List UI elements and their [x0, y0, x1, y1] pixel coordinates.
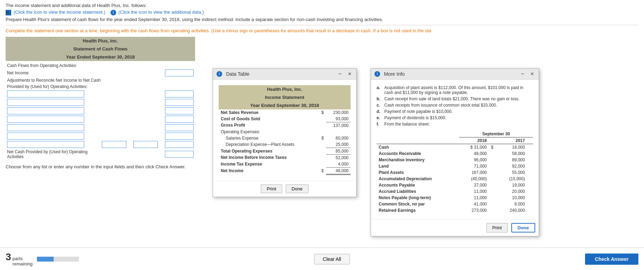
row5-amt-input[interactable] [165, 124, 194, 131]
total-op-exp-label: Total Operating Expenses [219, 148, 318, 154]
data-table-info-icon: i [217, 71, 222, 77]
intro-line1: The income statement and additional data… [6, 3, 638, 8]
stmt-company: Health Plus, Inc. [83, 38, 118, 43]
income-row-net-before-tax: Net Income Before Income Taxes 52,000 [219, 154, 351, 161]
total-op-exp-currency [318, 148, 326, 154]
clear-all-label: Clear All [323, 256, 341, 262]
bs-2017-ap: 19,000 [498, 182, 527, 188]
row7-mid2-input[interactable] [133, 141, 158, 148]
bs-row-ap: Accounts Payable 37,000 19,000 [377, 182, 533, 188]
row3-label-input[interactable] [7, 107, 84, 114]
more-info-minimize-icon: − [521, 71, 524, 77]
income-stmt-link-text: (Click the icon to view the income state… [14, 9, 106, 15]
row7-amt-input[interactable] [165, 141, 194, 148]
list-item: a. Acquisition of plant assets is $112,0… [377, 85, 533, 95]
row5-label-input[interactable] [7, 124, 84, 131]
bs-row-land: Land 71,000 92,000 [377, 163, 533, 169]
income-row-net-sales: Net Sales Revenue $ 230,000 [219, 109, 351, 116]
item-text-b: Cash receipt from sale of land totals $2… [384, 96, 519, 101]
bs-2018-ar: 48,000 [459, 150, 489, 157]
data-table-controls: − × [337, 71, 353, 77]
section1-text: Cash Flows from Operating Activities: [7, 63, 77, 68]
data-table-minimize-btn[interactable]: − [337, 71, 343, 77]
depreciation-label: Depreciation Expense—Plant Assets [219, 141, 318, 148]
bs-end-ar [527, 150, 533, 157]
check-answer-button[interactable]: Check Answer [585, 254, 638, 265]
parts-count: 3 [6, 251, 11, 263]
income-row-tax-expense: Income Tax Expense 4,000 [219, 161, 351, 168]
row4-label-input[interactable] [7, 116, 84, 123]
item-text-a: Acquisition of plant assets is $112,000.… [384, 85, 533, 95]
income-row-net-income: Net Income $ 48,000 [219, 167, 351, 174]
net-income-final-amount: 48,000 [326, 167, 351, 174]
bs-row-notes: Notes Payable (long-term) 11,000 10,000 [377, 195, 533, 201]
bs-2017-plant: 55,000 [498, 169, 527, 176]
row6-label-input[interactable] [7, 133, 84, 140]
list-item: b. Cash receipt from sale of land totals… [377, 96, 533, 101]
row7-label-input[interactable] [7, 141, 84, 148]
salaries-label: Salaries Expense [219, 135, 318, 141]
total-op-exp-amount: 85,000 [326, 148, 351, 154]
print-label: Print [267, 186, 276, 191]
row1-amt-input[interactable] [165, 90, 194, 97]
clear-all-button[interactable]: Clear All [314, 254, 350, 264]
row3-amt-input[interactable] [165, 107, 194, 114]
bs-2017-notes: 10,000 [498, 195, 527, 201]
additional-data-link[interactable]: (Click the icon to view the additional d… [118, 9, 204, 15]
more-info-print-btn[interactable]: Print [486, 223, 508, 232]
bs-2017-accum-dep: (15,000) [498, 176, 527, 182]
intro-line2: ⊞ (Click the icon to view the income sta… [6, 9, 638, 15]
table-row [6, 107, 195, 115]
row1-label-input[interactable] [7, 90, 84, 97]
row2-label-input[interactable] [7, 99, 84, 106]
item-letter-b: b. [377, 96, 381, 101]
table-row [6, 140, 195, 149]
bs-2018-ap: 37,000 [459, 182, 489, 188]
instructions-orange: (Use a minus sign or parentheses for amo… [211, 28, 431, 33]
more-info-close-btn[interactable]: × [529, 71, 535, 77]
income-row-cogs: Cost of Goods Sold 93,000 [219, 116, 351, 122]
balance-sheet-table: September 30 2018 2017 Cash [377, 131, 533, 214]
income-stmt-table: Health Plus, Inc. Income Statement Year … [219, 85, 351, 175]
table-row [6, 115, 195, 123]
bs-2018-inventory: 96,000 [459, 157, 489, 163]
more-info-icon: i [374, 71, 380, 77]
row4-amt-input[interactable] [165, 116, 194, 123]
info-icon[interactable]: i [111, 10, 116, 15]
list-item: e. Payment of dividends is $15,000. [377, 115, 533, 120]
data-table-print-btn[interactable]: Print [261, 184, 282, 193]
item-letter-c: c. [377, 103, 381, 108]
item-letter-d: d. [377, 109, 381, 114]
income-stmt-link[interactable]: (Click the icon to view the income state… [14, 9, 107, 15]
row6-amt-input[interactable] [165, 133, 194, 140]
grid-icon[interactable]: ⊞ [6, 10, 11, 15]
data-table-close-btn[interactable]: × [347, 71, 353, 77]
instructions-text: Complete the statement one section at a … [6, 28, 210, 33]
check-answer-label: Check Answer [595, 256, 629, 262]
more-info-controls: − × [519, 71, 535, 77]
net-cash-input[interactable] [165, 151, 194, 158]
remaining-label: remaining [13, 261, 33, 266]
bs-row-accum-dep: Accumulated Depreciation (40,000) (15,00… [377, 176, 533, 182]
row7-mid1-input[interactable] [102, 141, 126, 148]
row2-amt-input[interactable] [165, 99, 194, 106]
net-sales-currency: $ [318, 109, 326, 116]
bs-col-2018: 2018 [459, 137, 489, 144]
bs-sep-ar [489, 150, 498, 157]
tax-expense-amount: 4,000 [326, 161, 351, 168]
bs-sep-cash: $ [489, 144, 498, 150]
adjustments-label: Adjustments to Reconcile Net Income to N… [6, 77, 195, 83]
data-table-done-btn[interactable]: Done [286, 184, 308, 193]
more-info-minimize-btn[interactable]: − [519, 71, 525, 77]
bs-col-spacer1 [489, 137, 498, 144]
more-info-done-btn[interactable]: Done [511, 223, 536, 232]
stmt-type: Statement of Cash Flows [73, 46, 128, 52]
more-info-content: a. Acquisition of plant assets is $112,0… [371, 80, 539, 219]
bs-2017-cash: 18,000 [498, 144, 527, 150]
close-icon: × [348, 71, 351, 77]
bs-2018-plant: 167,000 [459, 169, 489, 176]
cogs-amount: 93,000 [326, 116, 351, 122]
adjustments-text: Adjustments to Reconcile Net Income to N… [7, 78, 101, 83]
net-income-input[interactable] [165, 69, 194, 76]
net-sales-amount: 230,000 [326, 109, 351, 116]
